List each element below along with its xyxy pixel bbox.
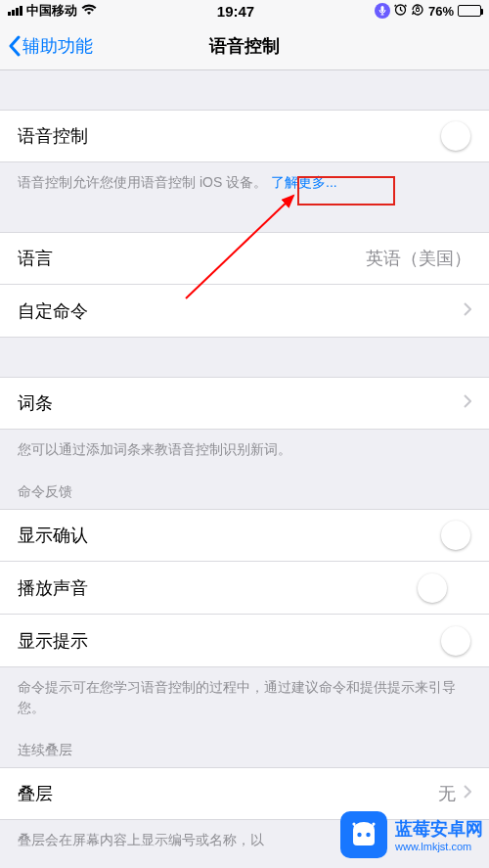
svg-rect-2 [416, 8, 419, 11]
annotation-highlight-box [297, 176, 395, 206]
status-right: 76% [375, 3, 481, 20]
show-hints-cell: 显示提示 [0, 615, 489, 667]
vocabulary-footer: 您可以通过添加词条来教语音控制识别新词。 [0, 430, 489, 460]
chevron-right-icon [464, 394, 471, 412]
watermark-name: 蓝莓安卓网 [395, 817, 483, 841]
overlay-label: 叠层 [18, 782, 438, 805]
show-confirmation-label: 显示确认 [18, 524, 417, 547]
page-title: 语音控制 [209, 34, 280, 58]
show-confirmation-switch[interactable] [417, 520, 471, 551]
nav-bar: 辅助功能 语音控制 [0, 22, 489, 70]
play-sound-switch[interactable] [417, 572, 471, 604]
language-label: 语言 [18, 247, 366, 270]
watermark: 蓝莓安卓网 www.lmkjst.com [340, 811, 483, 858]
back-button[interactable]: 辅助功能 [8, 34, 93, 58]
overlay-value: 无 [438, 782, 456, 805]
vocabulary-label: 词条 [18, 391, 456, 415]
voice-control-footer: 语音控制允许您使用语音控制 iOS 设备。 了解更多... [0, 162, 489, 193]
show-confirmation-cell: 显示确认 [0, 509, 489, 562]
cellular-signal-icon [8, 6, 22, 16]
mic-indicator-icon [375, 3, 390, 19]
rotation-lock-icon [411, 3, 424, 20]
back-label: 辅助功能 [22, 34, 93, 58]
voice-control-cell: 语音控制 [0, 110, 489, 162]
language-value: 英语（美国） [366, 247, 471, 270]
svg-rect-0 [380, 6, 383, 12]
battery-icon [458, 5, 481, 17]
feedback-footer: 命令提示可在您学习语音控制的过程中，通过建议命令和提供提示来引导您。 [0, 667, 489, 718]
voice-control-footer-text: 语音控制允许您使用语音控制 iOS 设备。 [18, 174, 267, 190]
chevron-left-icon [8, 35, 21, 57]
show-hints-label: 显示提示 [18, 629, 417, 653]
carrier-label: 中国移动 [26, 2, 77, 20]
language-cell[interactable]: 语言 英语（美国） [0, 232, 489, 285]
play-sound-cell: 播放声音 [0, 562, 489, 615]
feedback-header: 命令反馈 [0, 460, 489, 509]
watermark-robot-icon [340, 811, 387, 858]
vocabulary-cell[interactable]: 词条 [0, 377, 489, 430]
svg-point-5 [366, 833, 370, 837]
status-time: 19:47 [217, 3, 254, 20]
play-sound-label: 播放声音 [18, 576, 417, 600]
custom-commands-cell[interactable]: 自定命令 [0, 285, 489, 338]
chevron-right-icon [464, 302, 471, 320]
voice-control-label: 语音控制 [18, 124, 417, 148]
status-left: 中国移动 [8, 2, 97, 20]
svg-point-4 [357, 833, 361, 837]
wifi-icon [81, 4, 97, 19]
watermark-url: www.lmkjst.com [395, 841, 483, 852]
custom-commands-label: 自定命令 [18, 299, 456, 323]
battery-percent: 76% [428, 4, 454, 19]
alarm-icon [394, 3, 407, 19]
status-bar: 中国移动 19:47 76% [0, 0, 489, 22]
chevron-right-icon [464, 785, 471, 802]
voice-control-switch[interactable] [417, 120, 471, 152]
overlay-header: 连续叠层 [0, 718, 489, 767]
show-hints-switch[interactable] [417, 625, 471, 657]
